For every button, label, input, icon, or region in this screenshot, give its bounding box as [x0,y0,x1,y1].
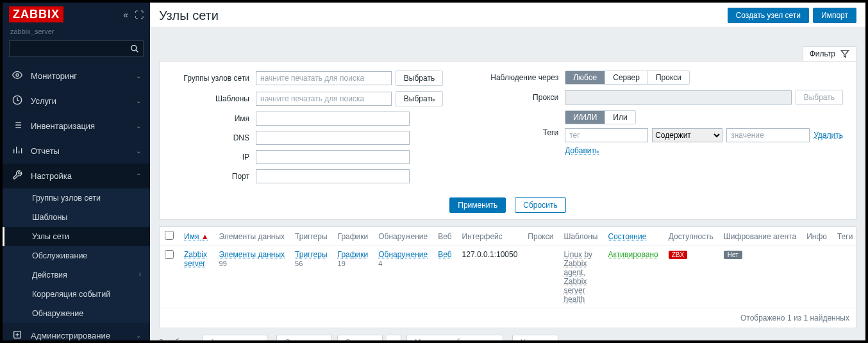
tag-value-input[interactable] [726,128,810,142]
list-icon [12,120,23,132]
label-ip: IP [172,153,256,162]
subnav-event-correlation[interactable]: Корреляция событий [3,285,150,304]
col-status[interactable]: Состояние [603,227,663,246]
availability-badge: ZBX [669,251,687,259]
filter-tab[interactable]: Фильтр [803,46,856,61]
subnav-actions[interactable]: Действия› [3,265,150,285]
table-row: Zabbix server Элементы данных 99 Триггер… [160,246,858,308]
col-discovery: Обнаружение [373,227,433,246]
fullscreen-icon[interactable]: ⛶ [135,10,144,20]
label-name: Имя [172,114,256,123]
seg-or[interactable]: Или [605,111,635,124]
seg-and-or[interactable]: И/ИЛИ [565,111,605,124]
selected-count: 0 выбрано [159,338,197,340]
templates-cell[interactable]: Linux by Zabbix agent, Zabbix server hea… [563,250,592,304]
page-header: Узлы сети Создать узел сети Импорт [150,3,865,27]
subnav-hosts[interactable]: Узлы сети [3,227,150,246]
reset-button[interactable]: Сбросить [515,197,565,213]
encryption-badge: Нет [724,251,742,259]
filter-tab-row: Фильтр [150,27,865,61]
search-input[interactable] [13,44,130,53]
tag-add-link[interactable]: Добавить [565,146,599,155]
templates-select-button[interactable]: Выбрать [396,91,443,106]
label-proxy: Прокси [481,93,565,102]
templates-input[interactable] [256,92,392,106]
apply-button[interactable]: Применить [449,197,506,213]
chevron-down-icon: ⌄ [136,97,141,105]
col-name[interactable]: Имя ▲ [179,227,214,246]
subnav-discovery[interactable]: Обнаружение [3,304,150,323]
name-input[interactable] [256,112,410,126]
port-input[interactable] [256,169,410,183]
row-checkbox[interactable] [165,250,174,259]
subnav-maintenance[interactable]: Обслуживание [3,246,150,265]
web-link[interactable]: Веб [438,250,451,259]
label-host-groups: Группы узлов сети [172,74,256,83]
tag-operator-select[interactable]: Содержит [652,128,722,142]
seg-server[interactable]: Сервер [605,71,648,84]
nav-administration[interactable]: Администрирование ⌄ [3,323,150,343]
col-graphs: Графики [333,227,374,246]
label-templates: Шаблоны [172,94,256,103]
proxy-input [565,90,791,105]
subnav-templates[interactable]: Шаблоны [3,208,150,227]
create-host-button[interactable]: Создать узел сети [728,8,809,23]
col-interface: Интерфейс [457,227,523,246]
chevron-right-icon: › [139,271,141,278]
col-triggers: Триггеры [290,227,333,246]
label-monitored-by: Наблюдение через [481,73,565,82]
filter-tab-label: Фильтр [810,49,835,58]
ip-input[interactable] [256,150,410,164]
dns-input[interactable] [256,131,410,145]
nav-label: Услуги [31,96,128,106]
host-groups-select-button[interactable]: Выбрать [396,71,443,86]
select-all-checkbox[interactable] [165,231,174,240]
discovery-link[interactable]: Обнаружение [378,250,428,259]
nav-inventory[interactable]: Инвентаризация ⌄ [3,113,150,138]
nav-label: Действия [32,271,67,280]
bulk-activate-button: Активировать [202,335,267,340]
label-tags: Теги [481,128,565,137]
chevron-down-icon: ⌄ [136,122,141,130]
nav-label: Отчеты [31,146,128,156]
search-box[interactable] [9,40,144,57]
seg-any[interactable]: Любое [565,71,605,84]
chevron-down-icon: ⌄ [136,72,141,79]
logo-row: ZABBIX « ⛶ [3,3,150,26]
wrench-icon [12,170,23,182]
tag-name-input[interactable] [565,128,648,142]
host-groups-input[interactable] [256,71,392,85]
items-link[interactable]: Элементы данных [219,250,285,259]
seg-proxy[interactable]: Прокси [648,71,689,84]
chevron-down-icon: ⌄ [136,147,141,155]
nav-label: Администрирование [31,331,128,340]
logo[interactable]: ZABBIX [9,6,63,22]
nav-configuration[interactable]: Настройка ⌃ [3,163,150,188]
nav-monitoring[interactable]: Мониторинг ⌄ [3,63,150,88]
graphs-link[interactable]: Графики [338,250,369,259]
page-title: Узлы сети [159,8,219,23]
nav-services[interactable]: Услуги ⌄ [3,88,150,113]
chevron-up-icon: ⌃ [136,172,141,180]
collapse-icon[interactable]: « [123,10,128,20]
bulk-mass-update-button: Массовое обновление [406,335,503,340]
nav-label: Настройка [31,171,128,181]
subnav-host-groups[interactable]: Группы узлов сети [3,188,150,208]
nav-label: Инвентаризация [31,121,128,131]
proxy-select-button: Выбрать [796,90,843,105]
clock-icon [12,95,23,107]
nav-reports[interactable]: Отчеты ⌄ [3,138,150,163]
bulk-actions: 0 выбрано Активировать Отключить Экспорт… [159,328,856,340]
host-name-link[interactable]: Zabbix server [184,250,207,268]
col-encryption: Шифрование агента [719,227,801,246]
subnav-configuration: Группы узлов сети Шаблоны Узлы сети Обсл… [3,188,150,323]
col-info: Инфо [801,227,832,246]
main-nav: Мониторинг ⌄ Услуги ⌄ Инвентаризация ⌄ [3,63,150,343]
label-port: Порт [172,172,256,181]
nav-label: Мониторинг [31,71,128,81]
triggers-link[interactable]: Триггеры [295,250,328,259]
search-icon[interactable] [130,44,139,54]
tag-delete-link[interactable]: Удалить [814,131,843,140]
status-link[interactable]: Активировано [608,250,658,259]
import-button[interactable]: Импорт [813,8,856,23]
